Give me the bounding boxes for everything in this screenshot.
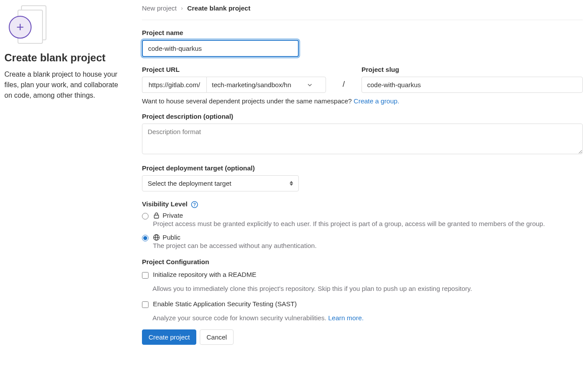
- project-name-label: Project name: [142, 29, 583, 36]
- visibility-private-radio[interactable]: [142, 213, 149, 219]
- help-icon[interactable]: ?: [191, 201, 198, 208]
- sast-label: Enable Static Application Security Testi…: [153, 300, 297, 308]
- chevron-down-icon: [307, 82, 312, 88]
- sast-desc: Analyze your source code for known secur…: [152, 314, 583, 322]
- svg-rect-2: [154, 215, 159, 218]
- deployment-target-placeholder: Select the deployment target: [148, 180, 231, 187]
- visibility-private-desc: Project access must be granted explicitl…: [153, 220, 583, 227]
- namespace-value: tech-marketing/sandbox/hn: [212, 81, 291, 88]
- visibility-public-desc: The project can be accessed without any …: [153, 242, 583, 249]
- create-group-link[interactable]: Create a group.: [354, 97, 399, 105]
- globe-icon: [153, 234, 160, 241]
- cancel-button[interactable]: Cancel: [200, 329, 234, 345]
- readme-label: Initialize repository with a README: [153, 271, 256, 278]
- visibility-label: Visibility Level ?: [142, 200, 583, 208]
- deployment-target-label: Project deployment target (optional): [142, 164, 583, 172]
- plus-icon: +: [9, 16, 32, 39]
- main-content: New project › Create blank project Proje…: [131, 4, 583, 345]
- project-name-input[interactable]: [142, 40, 299, 57]
- namespace-hint: Want to house several dependent projects…: [142, 97, 583, 105]
- url-slash: /: [338, 80, 349, 93]
- namespace-select[interactable]: tech-marketing/sandbox/hn: [206, 77, 326, 93]
- breadcrumb-current: Create blank project: [187, 4, 250, 12]
- sidebar: + Create blank project Create a blank pr…: [4, 4, 131, 345]
- sast-checkbox[interactable]: [142, 301, 149, 308]
- breadcrumb-separator: ›: [181, 5, 183, 11]
- sidebar-title: Create blank project: [4, 52, 118, 64]
- readme-desc: Allows you to immediately clone this pro…: [152, 285, 583, 292]
- deployment-target-select[interactable]: Select the deployment target: [142, 175, 299, 191]
- sidebar-description: Create a blank project to house your fil…: [4, 69, 118, 101]
- create-project-icon: +: [4, 4, 44, 44]
- project-slug-input[interactable]: [361, 77, 583, 93]
- project-configuration-label: Project Configuration: [142, 258, 583, 265]
- description-textarea[interactable]: [142, 124, 583, 154]
- project-slug-label: Project slug: [361, 66, 583, 73]
- project-url-label: Project URL: [142, 66, 326, 73]
- svg-text:?: ?: [193, 202, 196, 207]
- breadcrumb: New project › Create blank project: [142, 4, 583, 20]
- visibility-public-label: Public: [163, 233, 181, 241]
- sast-learn-more-link[interactable]: Learn more.: [328, 314, 364, 322]
- breadcrumb-parent-link[interactable]: New project: [142, 4, 177, 12]
- readme-checkbox[interactable]: [142, 272, 149, 279]
- visibility-private-label: Private: [163, 212, 183, 219]
- description-label: Project description (optional): [142, 113, 583, 120]
- lock-icon: [153, 212, 160, 219]
- create-project-button[interactable]: Create project: [142, 329, 196, 345]
- visibility-public-radio[interactable]: [142, 235, 149, 241]
- select-arrows-icon: [290, 181, 293, 186]
- project-url-prefix: https://gitlab.com/: [142, 77, 206, 93]
